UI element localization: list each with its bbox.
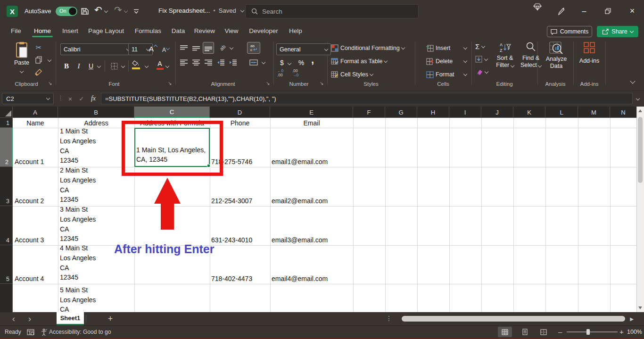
zoom-slider-thumb[interactable] (586, 329, 590, 335)
vertical-scroll-thumb[interactable] (638, 117, 643, 183)
search-input[interactable]: Search (245, 4, 419, 18)
row-header-4[interactable]: 4 (0, 206, 13, 245)
document-title[interactable]: Fix Spreadsheet... • Saved (158, 7, 244, 14)
number-dialog-launcher-icon[interactable]: ↘ (320, 81, 323, 86)
italic-button[interactable]: I (74, 60, 84, 72)
close-button[interactable]: × (620, 0, 644, 22)
orientation-chevron-icon[interactable] (230, 46, 233, 50)
zoom-slider-track[interactable] (567, 331, 618, 332)
cell-A2[interactable]: Account 1 (13, 128, 58, 167)
page-break-preview-button[interactable] (537, 327, 551, 337)
cell-E3[interactable]: email2@email.com (270, 167, 353, 206)
alignment-dialog-launcher-icon[interactable]: ↘ (266, 81, 270, 86)
row-header-6-partial[interactable] (0, 284, 13, 312)
collapse-ribbon-chevron-icon[interactable] (630, 78, 635, 83)
accounting-format-button[interactable]: $ (277, 58, 287, 68)
clipboard-dialog-launcher-icon[interactable]: ↘ (48, 81, 52, 86)
comma-style-button[interactable]: , (307, 55, 318, 65)
column-header-I[interactable]: I (449, 107, 481, 118)
increase-font-size-button[interactable]: A (149, 43, 161, 54)
cell-D4[interactable]: 631-243-4010 (210, 206, 270, 245)
fill-color-button[interactable] (132, 60, 143, 72)
tab-formulas[interactable]: Formulas (132, 25, 164, 37)
percent-style-button[interactable]: % (296, 58, 306, 68)
normal-view-button[interactable] (498, 327, 512, 337)
tab-review[interactable]: Review (193, 25, 216, 37)
font-color-button[interactable]: A (155, 59, 165, 72)
zoom-in-button[interactable]: + (619, 326, 624, 338)
cell-A3[interactable]: Account 2 (13, 167, 58, 206)
share-button[interactable]: Share (597, 26, 638, 37)
expand-formula-bar-chevron-icon[interactable] (636, 97, 640, 100)
format-as-table-button[interactable]: Format as Table (331, 57, 387, 66)
horizontal-scroll-thumb[interactable] (402, 316, 625, 322)
column-header-N[interactable]: N (610, 107, 636, 118)
tab-data[interactable]: Data (169, 25, 188, 37)
horizontal-scroll-right-button[interactable]: ▶ (628, 315, 636, 322)
tab-help[interactable]: Help (286, 25, 305, 37)
align-center-button[interactable] (190, 57, 202, 68)
row-header-1[interactable]: 1 (0, 118, 13, 128)
tab-insert[interactable]: Insert (59, 25, 81, 37)
accessibility-icon[interactable] (40, 328, 48, 337)
sort-filter-button[interactable]: A Z Sort & Filter (492, 41, 518, 82)
borders-chevron-icon[interactable] (121, 64, 125, 68)
column-header-B[interactable]: B (58, 107, 134, 118)
prev-sheet-button[interactable]: ‹ (8, 313, 20, 324)
page-layout-view-button[interactable] (518, 327, 532, 337)
column-header-H[interactable]: H (417, 107, 449, 118)
font-dialog-launcher-icon[interactable]: ↘ (168, 81, 172, 86)
column-header-E[interactable]: E (270, 107, 353, 118)
redo-chevron-icon[interactable] (124, 9, 128, 13)
zoom-out-button[interactable]: – (558, 326, 562, 338)
tab-view[interactable]: View (222, 25, 241, 37)
insert-cells-button[interactable]: Insert (426, 43, 467, 53)
scroll-down-icon[interactable] (638, 306, 642, 309)
delete-cells-button[interactable]: Delete (426, 57, 467, 66)
cell-D5[interactable]: 718-402-4473 (210, 245, 270, 284)
macro-record-icon[interactable] (25, 328, 36, 336)
analyze-data-button[interactable]: Analyze Data (541, 41, 571, 82)
cell-A1[interactable]: Name (13, 118, 58, 128)
column-header-M[interactable]: M (578, 107, 610, 118)
cell-E5[interactable]: email4@email.com (270, 245, 353, 284)
insert-function-button[interactable]: fx (88, 93, 99, 104)
formula-input[interactable]: =SUBSTITUTE(SUBSTITUTE(B2,CHAR(13),""),C… (101, 93, 633, 104)
top-align-button[interactable] (178, 42, 190, 54)
cancel-formula-button[interactable]: × (65, 93, 75, 104)
name-box[interactable]: C2 (2, 93, 54, 104)
column-header-G[interactable]: G (385, 107, 417, 118)
copy-chevron-icon[interactable] (48, 58, 51, 62)
redo-button[interactable]: ↷ (114, 4, 122, 16)
wrap-text-button[interactable]: ab c (247, 42, 260, 54)
align-right-button[interactable] (203, 57, 214, 68)
decrease-font-size-button[interactable]: A (162, 44, 174, 55)
underline-button[interactable]: U (86, 60, 96, 72)
column-header-C-selected[interactable]: C (134, 107, 210, 118)
clear-button[interactable] (475, 69, 488, 75)
undo-chevron-icon[interactable] (104, 9, 108, 13)
vertical-scrollbar[interactable] (636, 107, 644, 312)
accounting-chevron-icon[interactable] (288, 61, 291, 65)
column-header-A[interactable]: A (13, 107, 58, 118)
cell-styles-button[interactable]: Cell Styles (331, 70, 373, 79)
fill-button[interactable] (475, 56, 487, 63)
autosave-toggle[interactable]: On (56, 7, 77, 16)
tab-home[interactable]: Home (29, 25, 56, 37)
merge-center-chevron-icon[interactable] (262, 60, 265, 64)
cell-A5[interactable]: Account 4 (13, 245, 58, 284)
name-box-splitter-icon[interactable]: ⋮ (58, 94, 64, 101)
increase-indent-button[interactable] (227, 57, 239, 68)
decrease-decimal-button[interactable]: .00 →0 (292, 69, 305, 78)
undo-button[interactable]: ↶ (94, 4, 102, 16)
enter-formula-button[interactable]: ✓ (76, 93, 87, 104)
row-header-5[interactable]: 5 (0, 245, 13, 284)
format-painter-button[interactable] (29, 67, 48, 77)
column-header-J[interactable]: J (481, 107, 513, 118)
scroll-up-icon[interactable] (638, 109, 642, 112)
autosum-button[interactable]: Σ (475, 42, 485, 50)
tab-page-layout[interactable]: Page Layout (86, 25, 126, 37)
row-header-2-selected[interactable]: 2 (0, 128, 13, 167)
font-color-chevron-icon[interactable] (165, 64, 169, 68)
minimize-button[interactable]: – (573, 0, 595, 22)
